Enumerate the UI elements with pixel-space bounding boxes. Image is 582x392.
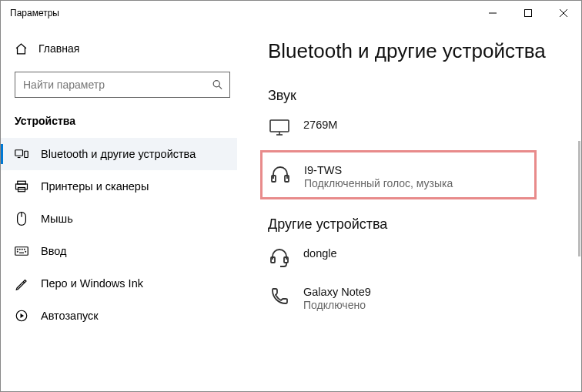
svg-point-18 [24,249,25,250]
svg-point-20 [25,251,26,252]
sidebar-item-bluetooth[interactable]: Bluetooth и другие устройства [1,138,237,170]
svg-rect-6 [15,150,23,156]
pen-icon [15,276,28,290]
sidebar-item-pen[interactable]: Перо и Windows Ink [1,267,237,300]
device-row[interactable]: 2769M [268,115,558,150]
svg-rect-8 [25,151,28,157]
window-controls [475,1,581,25]
group-other-title: Другие устройства [268,216,558,233]
device-status: Подключенный голос, музыка [304,177,453,191]
device-name: I9-TWS [304,163,453,177]
phone-icon [269,285,289,305]
device-row[interactable]: I9-TWS Подключенный голос, музыка [269,160,530,191]
headset-icon [269,246,289,268]
device-status: Подключено [303,299,371,313]
headphones-icon [270,163,290,183]
maximize-button[interactable] [510,1,546,25]
sidebar-section-title: Устройства [15,115,237,127]
svg-marker-24 [21,313,25,318]
keyboard-icon [15,246,28,256]
device-name: Galaxy Note9 [303,285,371,299]
minimize-button[interactable] [475,1,510,25]
device-row[interactable]: dongle [268,243,558,282]
sidebar-item-label: Ввод [41,245,66,257]
home-icon [15,42,28,55]
svg-rect-25 [270,120,289,132]
close-button[interactable] [546,1,581,25]
sidebar-item-mouse[interactable]: Мышь [1,203,237,235]
sidebar-item-label: Автозапуск [41,310,99,322]
device-highlight: I9-TWS Подключенный голос, музыка [260,150,537,199]
svg-point-15 [17,249,18,250]
window-title: Параметры [10,8,59,18]
search-icon [212,79,223,91]
sidebar: Главная Устройства Bluetooth и другие ус… [1,25,251,391]
sidebar-item-printers[interactable]: Принтеры и сканеры [1,170,237,203]
sidebar-item-label: Bluetooth и другие устройства [41,148,196,160]
group-sound-title: Звук [268,88,558,104]
devices-icon [15,147,28,161]
svg-line-22 [23,282,25,283]
svg-rect-1 [525,10,532,17]
mouse-icon [15,211,28,226]
home-link[interactable]: Главная [15,35,237,62]
page-title: Bluetooth и другие устройства [268,39,558,63]
home-label: Главная [38,42,79,55]
nav-list: Bluetooth и другие устройства Принтеры и… [1,138,237,332]
titlebar: Параметры [1,1,581,25]
svg-point-19 [17,251,18,252]
scrollbar[interactable] [578,141,580,256]
device-name: dongle [303,246,337,260]
sidebar-item-label: Перо и Windows Ink [41,277,143,290]
monitor-icon [269,118,289,136]
sidebar-item-label: Мышь [41,213,73,225]
search-input[interactable] [15,72,229,97]
main-content: Bluetooth и другие устройства Звук 2769M… [251,25,581,391]
printer-icon [15,179,28,193]
device-row[interactable]: Galaxy Note9 Подключено [268,282,558,327]
svg-point-16 [19,249,20,250]
sidebar-item-typing[interactable]: Ввод [1,235,237,267]
svg-point-17 [22,249,22,250]
device-name: 2769M [303,118,337,132]
svg-line-5 [219,86,222,89]
sidebar-item-autoplay[interactable]: Автозапуск [1,300,237,332]
search-box[interactable] [15,72,230,98]
svg-point-4 [213,81,219,87]
autoplay-icon [15,309,28,323]
sidebar-item-label: Принтеры и сканеры [41,180,149,193]
svg-rect-10 [16,184,28,189]
